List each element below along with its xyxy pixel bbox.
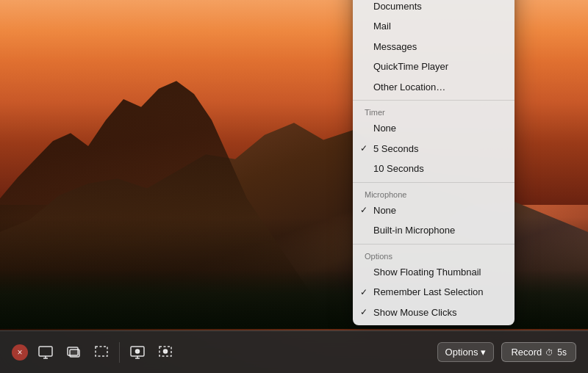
svg-rect-5	[96, 347, 107, 356]
screenshot-toolbar: ×	[0, 330, 588, 373]
record-label: Record	[511, 347, 542, 358]
menu-item-timer-none[interactable]: None	[353, 118, 514, 139]
capture-screen-button[interactable]	[32, 339, 59, 366]
capture-window-icon	[65, 344, 82, 361]
record-selection-icon	[157, 344, 173, 361]
timer-value: 5s	[557, 347, 567, 358]
menu-item-timer-5s[interactable]: 5 Seconds	[353, 139, 514, 159]
svg-point-11	[164, 350, 168, 353]
options-button[interactable]: Options ▾	[437, 342, 495, 362]
svg-rect-4	[70, 350, 79, 357]
menu-item-floating-thumbnail[interactable]: Show Floating Thumbnail	[353, 262, 514, 283]
toolbar-separator-1	[119, 342, 120, 363]
capture-selection-icon	[93, 344, 110, 361]
menu-item-mic-builtin[interactable]: Built-in Microphone	[353, 220, 514, 241]
menu-item-documents[interactable]: Documents	[353, 0, 514, 16]
timer-icon: ⏱	[545, 348, 553, 357]
options-context-menu: Save to Desktop Documents Mail Messages …	[353, 0, 514, 325]
menu-item-mic-none[interactable]: None	[353, 200, 514, 221]
capture-selection-button[interactable]	[88, 339, 115, 366]
menu-item-remember-selection[interactable]: Remember Last Selection	[353, 282, 514, 303]
menu-item-mail[interactable]: Mail	[353, 16, 514, 37]
options-section-label: Options	[353, 247, 514, 262]
record-button[interactable]: Record ⏱ 5s	[501, 342, 576, 362]
close-icon: ×	[17, 347, 22, 358]
timer-section-label: Timer	[353, 104, 514, 118]
menu-divider-2	[353, 182, 514, 183]
menu-item-other-location[interactable]: Other Location…	[353, 77, 514, 98]
capture-screen-icon	[37, 344, 54, 361]
svg-point-7	[136, 350, 140, 353]
menu-item-messages[interactable]: Messages	[353, 37, 514, 57]
svg-rect-0	[39, 347, 52, 356]
record-screen-button[interactable]	[124, 339, 151, 366]
record-selection-button[interactable]	[152, 339, 179, 366]
menu-item-show-mouse[interactable]: Show Mouse Clicks	[353, 303, 514, 323]
capture-window-button[interactable]	[60, 339, 87, 366]
record-screen-icon	[129, 344, 146, 361]
microphone-section-label: Microphone	[353, 186, 514, 200]
chevron-down-icon: ▾	[481, 347, 486, 358]
close-button[interactable]: ×	[12, 344, 28, 361]
menu-divider-3	[353, 244, 514, 245]
menu-item-quicktime[interactable]: QuickTime Player	[353, 57, 514, 77]
menu-divider-1	[353, 100, 514, 101]
options-label: Options	[445, 347, 478, 358]
menu-item-timer-10s[interactable]: 10 Seconds	[353, 159, 514, 179]
